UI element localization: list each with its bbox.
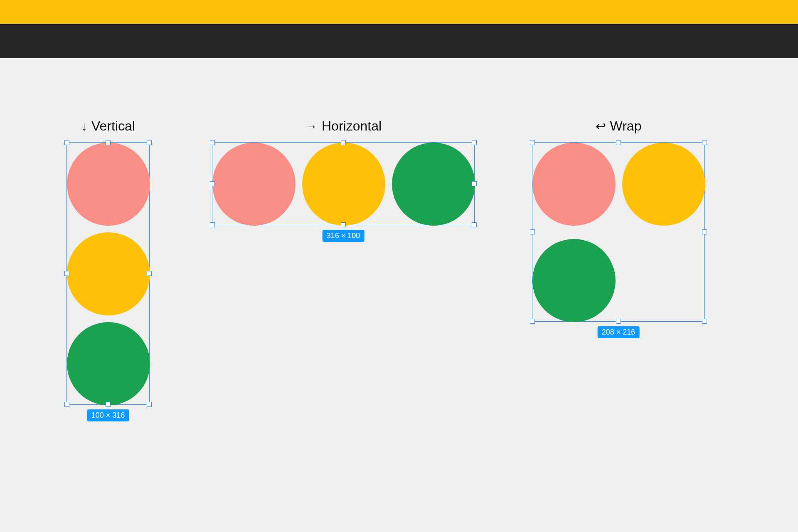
resize-handle-bc[interactable]	[616, 319, 621, 324]
header-dark-bar	[0, 25, 798, 58]
example-horizontal: → Horizontal 316 × 100	[212, 118, 475, 225]
example-vertical-label-text: Vertical	[91, 118, 135, 134]
example-wrap: ↩ Wrap 208 × 216	[532, 118, 705, 322]
resize-handle-tr[interactable]	[472, 140, 477, 145]
resize-handle-tl[interactable]	[210, 140, 215, 145]
circle-yellow[interactable]	[302, 143, 385, 226]
resize-handle-tl[interactable]	[64, 140, 69, 145]
resize-handle-bl[interactable]	[210, 222, 215, 227]
example-horizontal-label-text: Horizontal	[322, 118, 382, 134]
resize-handle-br[interactable]	[472, 222, 477, 227]
arrow-right-icon: →	[305, 120, 318, 133]
resize-handle-tr[interactable]	[702, 140, 707, 145]
resize-handle-br[interactable]	[147, 402, 152, 407]
circle-yellow[interactable]	[67, 232, 150, 315]
circle-pink[interactable]	[67, 143, 150, 226]
resize-handle-ml[interactable]	[530, 229, 535, 234]
resize-handle-tr[interactable]	[147, 140, 152, 145]
example-wrap-label: ↩ Wrap	[596, 118, 642, 134]
circle-yellow[interactable]	[622, 143, 705, 226]
selection-frame-horizontal[interactable]: 316 × 100	[212, 142, 475, 225]
resize-handle-mr[interactable]	[472, 181, 477, 186]
resize-handle-tl[interactable]	[530, 140, 535, 145]
header-yellow-bar	[0, 0, 798, 25]
circle-green[interactable]	[67, 322, 150, 405]
selection-frame-vertical[interactable]: 100 × 316	[66, 142, 150, 405]
resize-handle-br[interactable]	[702, 319, 707, 324]
example-horizontal-label: → Horizontal	[305, 118, 382, 134]
dimension-badge-horizontal: 316 × 100	[323, 230, 365, 242]
resize-handle-tc[interactable]	[106, 140, 111, 145]
circle-pink[interactable]	[532, 143, 616, 226]
dimension-badge-wrap: 208 × 216	[598, 326, 640, 338]
resize-handle-bl[interactable]	[530, 319, 535, 324]
resize-handle-ml[interactable]	[64, 271, 69, 276]
resize-handle-ml[interactable]	[210, 181, 215, 186]
arrow-down-icon: ↓	[81, 120, 87, 133]
circle-green[interactable]	[392, 143, 475, 226]
resize-handle-bc[interactable]	[106, 402, 111, 407]
wrap-icon: ↩	[596, 120, 606, 133]
example-wrap-label-text: Wrap	[610, 118, 642, 134]
resize-handle-tc[interactable]	[341, 140, 346, 145]
circle-pink[interactable]	[212, 143, 296, 226]
selection-frame-wrap[interactable]: 208 × 216	[532, 142, 705, 322]
example-vertical-label: ↓ Vertical	[81, 118, 135, 134]
resize-handle-bl[interactable]	[64, 402, 69, 407]
dimension-badge-vertical: 100 × 316	[87, 409, 129, 421]
resize-handle-bc[interactable]	[341, 222, 346, 227]
circle-green[interactable]	[532, 239, 616, 322]
resize-handle-tc[interactable]	[616, 140, 621, 145]
example-vertical: ↓ Vertical 100 × 316	[66, 118, 150, 405]
canvas-area[interactable]: ↓ Vertical 100 × 316 → Horizontal	[0, 58, 798, 532]
resize-handle-mr[interactable]	[147, 271, 152, 276]
resize-handle-mr[interactable]	[702, 229, 707, 234]
